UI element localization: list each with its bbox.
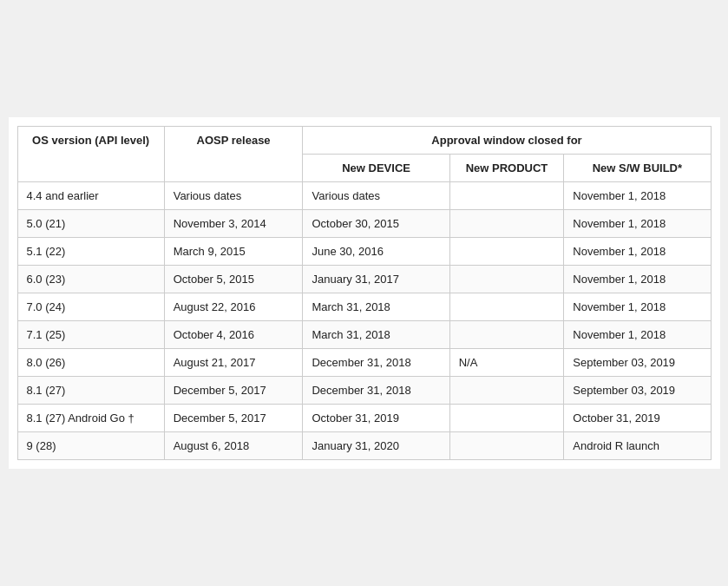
cell-product [449,210,564,238]
table-row: 6.0 (23)October 5, 2015January 31, 2017N… [17,266,711,293]
cell-device: January 31, 2020 [303,432,449,460]
cell-device: January 31, 2017 [303,266,449,293]
cell-product [449,432,564,460]
header-os: OS version (API level) [17,127,164,182]
header-product: New PRODUCT [449,155,564,182]
cell-product [449,293,564,321]
cell-aosp: November 3, 2014 [164,210,303,238]
table-row: 5.1 (22)March 9, 2015June 30, 2016Novemb… [17,238,711,266]
cell-device: March 31, 2018 [303,293,449,321]
header-row-top: OS version (API level) AOSP release Appr… [17,127,711,155]
cell-os: 8.1 (27) Android Go † [17,405,164,432]
cell-os: 9 (28) [17,432,164,460]
cell-aosp: December 5, 2017 [164,377,303,405]
cell-aosp: December 5, 2017 [164,405,303,432]
header-device: New DEVICE [303,155,449,182]
cell-build: November 1, 2018 [564,266,711,293]
cell-product: N/A [449,349,564,377]
cell-build: October 31, 2019 [564,405,711,432]
cell-aosp: August 6, 2018 [164,432,303,460]
cell-os: 4.4 and earlier [17,182,164,210]
table-row: 7.0 (24)August 22, 2016March 31, 2018Nov… [17,293,711,321]
page-wrapper: OS version (API level) AOSP release Appr… [9,117,720,469]
cell-product [449,238,564,266]
cell-build: Android R launch [564,432,711,460]
cell-device: October 31, 2019 [303,405,449,432]
cell-os: 8.0 (26) [17,349,164,377]
cell-product [449,321,564,349]
header-approval: Approval window closed for [303,127,711,155]
cell-os: 6.0 (23) [17,266,164,293]
table-row: 8.1 (27)December 5, 2017December 31, 201… [17,377,711,405]
cell-build: November 1, 2018 [564,238,711,266]
cell-aosp: October 5, 2015 [164,266,303,293]
cell-build: November 1, 2018 [564,182,711,210]
cell-os: 5.1 (22) [17,238,164,266]
table-body: 4.4 and earlierVarious datesVarious date… [17,182,711,460]
cell-aosp: Various dates [164,182,303,210]
cell-product [449,377,564,405]
cell-device: June 30, 2016 [303,238,449,266]
cell-build: November 1, 2018 [564,210,711,238]
table-row: 7.1 (25)October 4, 2016March 31, 2018Nov… [17,321,711,349]
cell-device: Various dates [303,182,449,210]
cell-build: November 1, 2018 [564,321,711,349]
cell-os: 7.0 (24) [17,293,164,321]
table-row: 8.0 (26)August 21, 2017December 31, 2018… [17,349,711,377]
header-build: New S/W BUILD* [564,155,711,182]
cell-os: 8.1 (27) [17,377,164,405]
cell-os: 5.0 (21) [17,210,164,238]
cell-aosp: October 4, 2016 [164,321,303,349]
cell-build: September 03, 2019 [564,377,711,405]
table-row: 4.4 and earlierVarious datesVarious date… [17,182,711,210]
cell-device: December 31, 2018 [303,377,449,405]
table-row: 9 (28)August 6, 2018January 31, 2020Andr… [17,432,711,460]
table-row: 5.0 (21)November 3, 2014October 30, 2015… [17,210,711,238]
cell-device: December 31, 2018 [303,349,449,377]
cell-build: September 03, 2019 [564,349,711,377]
cell-build: November 1, 2018 [564,293,711,321]
cell-device: March 31, 2018 [303,321,449,349]
cell-product [449,405,564,432]
cell-product [449,182,564,210]
cell-aosp: March 9, 2015 [164,238,303,266]
header-aosp: AOSP release [164,127,303,182]
cell-device: October 30, 2015 [303,210,449,238]
cell-aosp: August 21, 2017 [164,349,303,377]
cell-os: 7.1 (25) [17,321,164,349]
table-row: 8.1 (27) Android Go †December 5, 2017Oct… [17,405,711,432]
cell-product [449,266,564,293]
cell-aosp: August 22, 2016 [164,293,303,321]
main-table: OS version (API level) AOSP release Appr… [17,126,712,460]
